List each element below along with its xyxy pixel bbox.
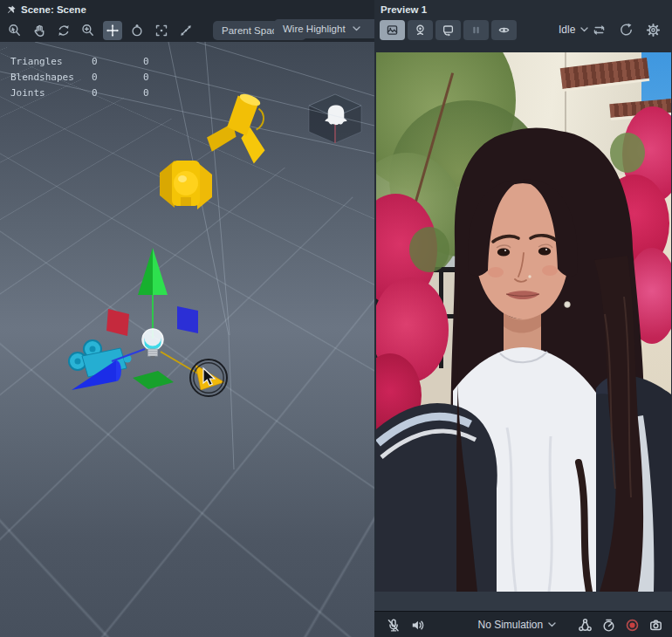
camera-preview-surface[interactable] xyxy=(376,52,671,592)
device-mirror-icon xyxy=(442,24,455,37)
preview-state-dropdown[interactable]: Idle xyxy=(559,24,588,36)
stretch-icon xyxy=(179,24,193,38)
scale-icon xyxy=(154,24,168,38)
microphone-muted-icon xyxy=(386,618,401,633)
speaker-button[interactable] xyxy=(408,615,427,634)
sync-button[interactable] xyxy=(590,20,607,39)
rotate-tool-button[interactable] xyxy=(127,21,147,40)
preview-mode-group xyxy=(380,20,517,40)
state-dropdown-value: Idle xyxy=(559,24,575,36)
reset-button[interactable] xyxy=(617,20,634,39)
device-mirror-button[interactable] xyxy=(435,20,461,40)
point-light-object[interactable] xyxy=(160,161,212,209)
camera-object[interactable] xyxy=(69,340,132,390)
select-tool-button[interactable] xyxy=(5,21,24,40)
preview-actions xyxy=(590,20,667,39)
chevron-down-icon xyxy=(580,27,588,32)
scene-panel-header: Scene: Scene xyxy=(0,0,374,17)
move-icon xyxy=(106,24,120,38)
rotate-icon xyxy=(130,24,144,38)
highlight-dropdown[interactable]: Wire Highlight xyxy=(274,19,374,38)
simulation-dropdown-value: No Simulation xyxy=(477,619,543,631)
pause-icon xyxy=(470,24,483,37)
gizmo-plane-blue[interactable] xyxy=(177,306,198,333)
gauge-icon xyxy=(601,618,616,633)
scene-3d-objects xyxy=(0,42,374,637)
nose-stud xyxy=(528,275,531,277)
performance-button[interactable] xyxy=(599,615,618,634)
image-icon xyxy=(386,24,399,37)
chevron-down-icon xyxy=(353,26,360,31)
gear-icon xyxy=(646,23,661,38)
eye-icon xyxy=(497,24,511,37)
scene-viewport[interactable]: Triangles 0 0 Blendshapes 0 0 Joints 0 0 xyxy=(0,42,374,637)
scene-guide-lines xyxy=(0,42,374,469)
pin-icon[interactable] xyxy=(5,4,17,16)
highlight-dropdown-value: Wire Highlight xyxy=(283,24,346,34)
orbit-icon xyxy=(57,24,71,38)
camera-icon xyxy=(648,618,663,633)
pause-button[interactable] xyxy=(463,20,489,40)
orbit-tool-button[interactable] xyxy=(54,21,73,40)
reset-icon xyxy=(619,23,634,38)
audio-controls xyxy=(374,615,427,634)
connections-icon xyxy=(578,618,593,633)
stretch-tool-button[interactable] xyxy=(176,21,195,40)
chevron-down-icon xyxy=(548,622,556,627)
preview-title: Preview 1 xyxy=(381,4,427,15)
image-preview-button[interactable] xyxy=(380,20,405,40)
eye xyxy=(497,248,510,256)
preview-bottom-bar: No Simulation xyxy=(374,611,672,637)
person xyxy=(376,52,671,592)
hand-icon xyxy=(32,24,46,38)
preview-panel: Preview 1 xyxy=(374,0,672,637)
snapshot-button[interactable] xyxy=(646,615,665,634)
scene-title: Scene: Scene xyxy=(21,4,86,15)
move-tool-button[interactable] xyxy=(103,21,122,40)
earring xyxy=(565,302,571,308)
webcam-button[interactable] xyxy=(408,20,433,40)
eye-button[interactable] xyxy=(491,20,517,40)
eye xyxy=(538,247,551,255)
capture-controls xyxy=(575,615,672,634)
sync-icon xyxy=(592,23,607,38)
preview-panel-header: Preview 1 xyxy=(374,0,672,17)
connections-button[interactable] xyxy=(575,615,594,634)
microphone-mute-button[interactable] xyxy=(383,615,402,634)
scene-panel: Scene: Scene xyxy=(0,0,374,637)
light-bulb-object[interactable] xyxy=(142,329,163,360)
zoom-in-icon xyxy=(81,24,95,38)
record-button[interactable] xyxy=(622,615,641,634)
speaker-icon xyxy=(410,618,425,633)
settings-button[interactable] xyxy=(644,20,662,39)
pan-tool-button[interactable] xyxy=(30,21,49,40)
scale-tool-button[interactable] xyxy=(152,21,171,40)
zoom-tool-button[interactable] xyxy=(79,21,98,40)
webcam-icon xyxy=(414,24,427,37)
select-icon xyxy=(8,24,22,38)
simulation-dropdown[interactable]: No Simulation xyxy=(477,619,556,631)
gizmo-plane-red[interactable] xyxy=(106,309,129,336)
preview-toolbar: Idle xyxy=(374,17,672,42)
gizmo-plane-green[interactable] xyxy=(133,371,174,389)
record-icon xyxy=(625,618,640,633)
